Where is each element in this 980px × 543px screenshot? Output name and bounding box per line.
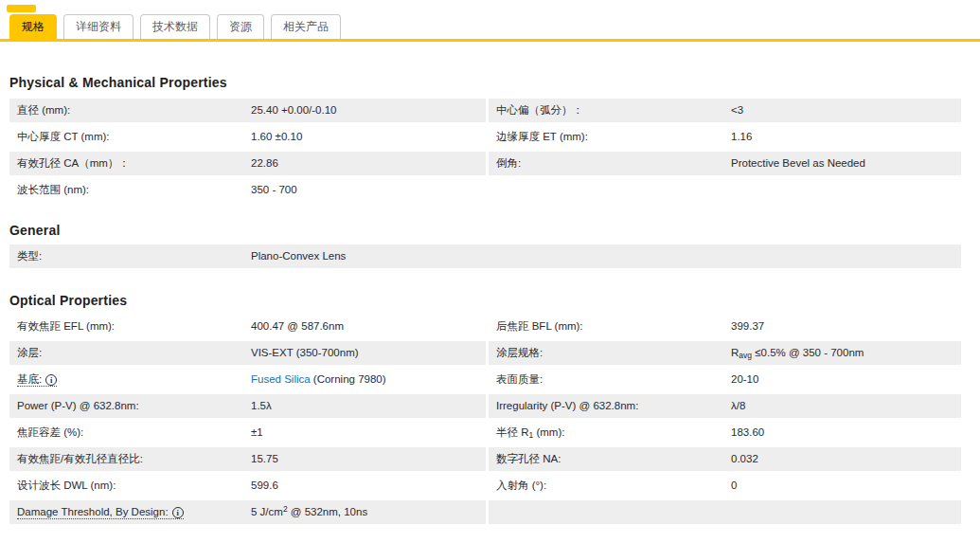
spec-value: 22.86: [251, 152, 486, 175]
spec-value: λ/8: [731, 394, 961, 418]
spec-row-right-half: 入射角 (°):0: [489, 474, 961, 498]
spec-row-left-half: 中心厚度 CT (mm):1.60 ±0.10: [9, 125, 486, 149]
tab-specifications[interactable]: 规格: [9, 14, 57, 39]
spec-label: 焦距容差 (%):: [9, 421, 251, 444]
spec-value: Ravg ≤0.5% @ 350 - 700nm: [731, 341, 961, 365]
spec-label: 表面质量:: [489, 368, 731, 391]
spec-row-left-half: 有效孔径 CA（mm）：22.86: [9, 152, 486, 175]
spec-row-left-half: Power (P-V) @ 632.8nm:1.5λ: [9, 394, 486, 418]
spec-row: 有效焦距/有效孔径直径比:15.75数字孔径 NA:0.032: [9, 447, 961, 471]
spec-row: 设计波长 DWL (nm):599.6入射角 (°):0: [9, 474, 961, 498]
menu-button-fragment: [7, 5, 36, 12]
spec-value: ±1: [251, 421, 486, 444]
spec-row: 中心厚度 CT (mm):1.60 ±0.10边缘厚度 ET (mm):1.16: [9, 125, 961, 149]
spec-label-tooltip-trigger[interactable]: 基底:i: [17, 373, 57, 387]
spec-label: 倒角:: [489, 152, 731, 175]
spec-label: 后焦距 BFL (mm):: [489, 315, 731, 338]
spec-row-right-half: 半径 R1 (mm):183.60: [489, 421, 961, 444]
spec-table: 类型:Plano-Convex Lens: [9, 244, 961, 268]
spec-row: 涂层:VIS-EXT (350-700nm)涂层规格:Ravg ≤0.5% @ …: [9, 341, 961, 365]
tab-bar: 规格详细资料技术数据资源相关产品: [9, 14, 341, 39]
accent-bar: [0, 39, 980, 42]
spec-row-left-half: 涂层:VIS-EXT (350-700nm): [9, 341, 486, 365]
spec-row-left-half: 焦距容差 (%):±1: [9, 421, 486, 444]
spec-row-left-half: 直径 (mm):25.40 +0.00/-0.10: [9, 99, 486, 122]
spec-value: 15.75: [251, 447, 486, 471]
spec-value: 183.60: [731, 421, 961, 444]
text-segment: 半径 R: [496, 426, 529, 438]
spec-row: 类型:Plano-Convex Lens: [9, 244, 961, 268]
spec-label: 基底:i: [9, 368, 251, 391]
spec-value: 399.37: [731, 315, 961, 338]
spec-label: 设计波长 DWL (nm):: [9, 474, 251, 498]
spec-value: 1.16: [731, 125, 961, 149]
spec-value: <3: [731, 99, 961, 122]
spec-row: 基底:iFused Silica (Corning 7980)表面质量:20-1…: [9, 368, 961, 391]
spec-value: 20-10: [731, 368, 961, 391]
spec-label: 半径 R1 (mm):: [489, 421, 731, 444]
spec-label: 中心偏（弧分）：: [489, 99, 731, 122]
spec-label: 涂层规格:: [489, 341, 731, 365]
tab-related-products[interactable]: 相关产品: [271, 14, 341, 39]
spec-label-tooltip-trigger[interactable]: Damage Threshold, By Design:i: [17, 506, 184, 519]
section-title: Physical & Mechanical Properties: [9, 75, 961, 90]
spec-value: 25.40 +0.00/-0.10: [251, 99, 486, 122]
text-segment: ≤0.5% @ 350 - 700nm: [752, 347, 864, 358]
section-title: Optical Properties: [9, 293, 961, 308]
spec-row-right-half: 倒角:Protective Bevel as Needed: [489, 152, 961, 175]
spec-row: Damage Threshold, By Design:i5 J/cm2 @ 5…: [9, 500, 961, 524]
spec-row: 波长范围 (nm):350 - 700: [9, 178, 961, 202]
spec-table: 直径 (mm):25.40 +0.00/-0.10中心偏（弧分）：<3中心厚度 …: [9, 99, 961, 202]
spec-label: 中心厚度 CT (mm):: [9, 125, 251, 149]
spec-table: 有效焦距 EFL (mm):400.47 @ 587.6nm后焦距 BFL (m…: [9, 315, 961, 524]
spec-row-right-half: Irregularity (P-V) @ 632.8nm:λ/8: [489, 394, 961, 418]
spec-label: 有效孔径 CA（mm）：: [9, 152, 251, 175]
spec-label: Irregularity (P-V) @ 632.8nm:: [489, 394, 731, 418]
spec-row-left-half: Damage Threshold, By Design:i5 J/cm2 @ 5…: [9, 500, 486, 524]
spec-row: Power (P-V) @ 632.8nm:1.5λIrregularity (…: [9, 394, 961, 418]
tab-technical-data[interactable]: 技术数据: [140, 14, 210, 39]
spec-row-left-half: 基底:iFused Silica (Corning 7980): [9, 368, 486, 391]
section-physical-mechanical-properties: Physical & Mechanical Properties直径 (mm):…: [9, 75, 961, 202]
spec-value: Fused Silica (Corning 7980): [251, 368, 486, 391]
spec-row-left-half: 波长范围 (nm):350 - 700: [9, 178, 486, 202]
substrate-link[interactable]: Fused Silica: [251, 373, 311, 385]
spec-row-right-half: [489, 178, 961, 202]
text-segment: (Corning 7980): [311, 373, 386, 385]
spec-row: 有效孔径 CA（mm）：22.86倒角:Protective Bevel as …: [9, 152, 961, 175]
spec-row-left-half: 有效焦距 EFL (mm):400.47 @ 587.6nm: [9, 315, 486, 338]
spec-label: Damage Threshold, By Design:i: [9, 500, 251, 524]
spec-label: 入射角 (°):: [489, 474, 731, 498]
spec-value: Protective Bevel as Needed: [731, 152, 961, 175]
spec-label: 数字孔径 NA:: [489, 447, 731, 471]
spec-label: 涂层:: [9, 341, 251, 365]
spec-row: 焦距容差 (%):±1半径 R1 (mm):183.60: [9, 421, 961, 444]
spec-label: Power (P-V) @ 632.8nm:: [9, 394, 251, 418]
tab-resources[interactable]: 资源: [217, 14, 264, 39]
specifications-panel: Physical & Mechanical Properties直径 (mm):…: [9, 42, 961, 527]
spec-row-right-half: [489, 500, 961, 524]
section-optical-properties: Optical Properties有效焦距 EFL (mm):400.47 @…: [9, 293, 961, 524]
spec-value: 1.5λ: [251, 394, 486, 418]
text-segment: (mm):: [533, 426, 564, 438]
spec-value: VIS-EXT (350-700nm): [251, 341, 486, 365]
spec-value: 350 - 700: [251, 178, 486, 202]
spec-row-right-half: 表面质量:20-10: [489, 368, 961, 391]
spec-label: 有效焦距 EFL (mm):: [9, 315, 251, 338]
spec-row: 直径 (mm):25.40 +0.00/-0.10中心偏（弧分）：<3: [9, 99, 961, 122]
info-icon[interactable]: i: [172, 507, 184, 518]
spec-row-right-half: 后焦距 BFL (mm):399.37: [489, 315, 961, 338]
info-icon[interactable]: i: [45, 374, 57, 386]
spec-row-right-half: 中心偏（弧分）：<3: [489, 99, 961, 122]
spec-label: 类型:: [9, 244, 251, 268]
spec-row-left-half: 有效焦距/有效孔径直径比:15.75: [9, 447, 486, 471]
spec-value: 0: [731, 474, 961, 498]
tab-details[interactable]: 详细资料: [63, 14, 134, 39]
section-general: General类型:Plano-Convex Lens: [9, 223, 961, 268]
spec-row-left-half: 设计波长 DWL (nm):599.6: [9, 474, 486, 498]
spec-label: 有效焦距/有效孔径直径比:: [9, 447, 251, 471]
text-segment: 5 J/cm: [251, 506, 283, 517]
spec-value: 1.60 ±0.10: [251, 125, 486, 149]
spec-label: 边缘厚度 ET (mm):: [489, 125, 731, 149]
spec-value: Plano-Convex Lens: [251, 244, 961, 268]
